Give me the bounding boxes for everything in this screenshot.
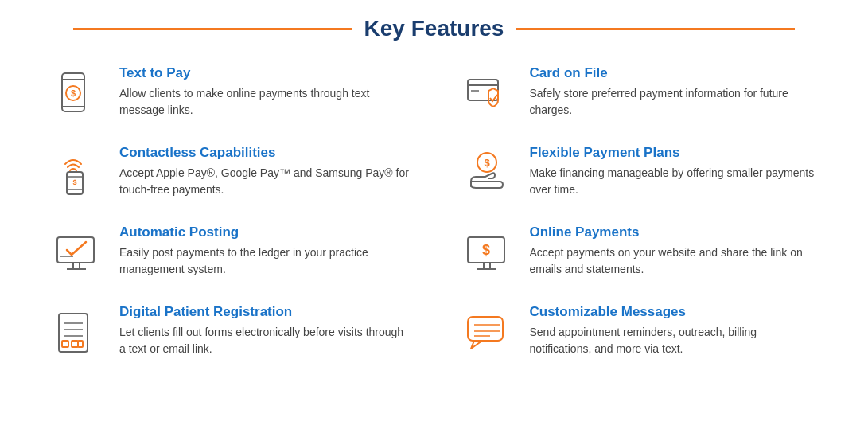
feature-online-payments-desc: Accept payments on your website and shar… (530, 244, 821, 278)
feature-automatic-posting-desc: Easily post payments to the ledger in yo… (119, 244, 411, 278)
feature-customizable-messages-title: Customizable Messages (530, 304, 821, 320)
feature-contactless-title: Contactless Capabilities (119, 145, 411, 161)
svg-text:$: $ (484, 157, 490, 169)
svg-text:$: $ (481, 242, 489, 258)
chat-lines-icon (458, 304, 516, 361)
feature-flexible-payment-desc: Make financing manageable by offering sm… (530, 165, 821, 198)
feature-contactless-desc: Accept Apple Pay®, Google Pay™ and Samsu… (119, 165, 411, 198)
header-line-left (73, 28, 352, 30)
svg-rect-5 (468, 80, 498, 100)
feature-text-to-pay-content: Text to Pay Allow clients to make online… (119, 65, 411, 119)
feature-digital-registration-content: Digital Patient Registration Let clients… (119, 304, 411, 357)
feature-automatic-posting: Automatic Posting Easily post payments t… (48, 224, 411, 282)
contactless-phone-icon: $ (48, 145, 105, 202)
feature-card-on-file-title: Card on File (530, 65, 821, 81)
svg-rect-30 (78, 341, 83, 347)
feature-customizable-messages-desc: Send appointment reminders, outreach, bi… (530, 324, 821, 357)
feature-digital-registration: Digital Patient Registration Let clients… (48, 304, 411, 361)
feature-card-on-file-content: Card on File Safely store preferred paym… (530, 65, 821, 119)
page-header: Key Features (32, 16, 836, 41)
feature-text-to-pay: $ Text to Pay Allow clients to make onli… (48, 65, 411, 123)
feature-online-payments-content: Online Payments Accept payments on your … (530, 224, 821, 278)
svg-rect-31 (468, 317, 503, 341)
card-shield-icon (458, 65, 516, 123)
feature-online-payments-title: Online Payments (530, 224, 821, 240)
feature-flexible-payment-content: Flexible Payment Plans Make financing ma… (530, 145, 821, 198)
monitor-dollar-icon: $ (458, 224, 516, 282)
feature-card-on-file: Card on File Safely store preferred paym… (458, 65, 821, 123)
feature-flexible-payment: $ Flexible Payment Plans Make financing … (458, 145, 821, 202)
monitor-check-icon (48, 224, 105, 282)
feature-contactless: $ Contactless Capabilities Accept Apple … (48, 145, 411, 202)
svg-rect-29 (72, 341, 78, 347)
features-grid: $ Text to Pay Allow clients to make onli… (32, 65, 836, 361)
hand-coin-icon: $ (458, 145, 516, 202)
feature-automatic-posting-content: Automatic Posting Easily post payments t… (119, 224, 411, 278)
phone-payment-icon: $ (48, 65, 105, 123)
svg-text:$: $ (71, 88, 76, 98)
feature-digital-registration-title: Digital Patient Registration (119, 304, 411, 320)
feature-online-payments: $ Online Payments Accept payments on you… (458, 224, 821, 282)
svg-text:$: $ (72, 178, 76, 186)
feature-customizable-messages: Customizable Messages Send appointment r… (458, 304, 821, 361)
feature-flexible-payment-title: Flexible Payment Plans (530, 145, 821, 161)
feature-text-to-pay-desc: Allow clients to make online payments th… (119, 85, 411, 119)
feature-contactless-content: Contactless Capabilities Accept Apple Pa… (119, 145, 411, 198)
svg-rect-28 (62, 341, 68, 347)
header-line-right (516, 28, 795, 30)
page-title: Key Features (364, 16, 504, 41)
feature-automatic-posting-title: Automatic Posting (119, 224, 411, 240)
feature-customizable-messages-content: Customizable Messages Send appointment r… (530, 304, 821, 357)
feature-card-on-file-desc: Safely store preferred payment informati… (530, 85, 821, 119)
feature-text-to-pay-title: Text to Pay (119, 65, 411, 81)
feature-digital-registration-desc: Let clients fill out forms electronicall… (119, 324, 411, 357)
form-squares-icon (48, 304, 105, 361)
